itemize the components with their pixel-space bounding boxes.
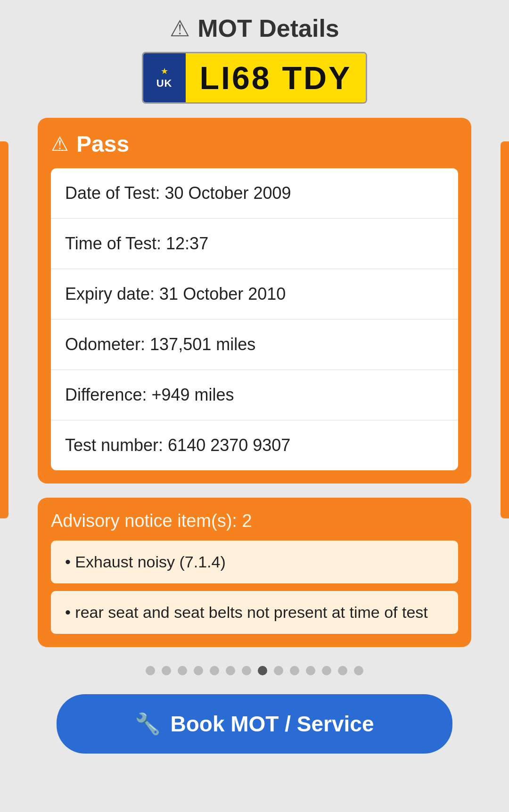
- advisory-title: Advisory notice item(s): 2: [51, 511, 458, 531]
- dot-5[interactable]: [210, 666, 219, 675]
- country-code: UK: [156, 77, 172, 90]
- pagination-dots: [146, 666, 363, 675]
- dot-7[interactable]: [242, 666, 251, 675]
- result-status: Pass: [76, 131, 129, 157]
- advisory-item-0: • Exhaust noisy (7.1.4): [51, 541, 458, 583]
- plate-number: LI68 TDY: [186, 53, 366, 102]
- detail-difference: Difference: +949 miles: [51, 370, 458, 420]
- dot-13[interactable]: [338, 666, 347, 675]
- dot-6[interactable]: [226, 666, 235, 675]
- page-title: MOT Details: [197, 14, 339, 42]
- page-wrapper: ⚠ MOT Details ★ UK LI68 TDY ⚠ Pass Date …: [0, 0, 509, 812]
- dot-1[interactable]: [146, 666, 155, 675]
- card-header: ⚠ Pass: [51, 131, 458, 157]
- dot-12[interactable]: [322, 666, 331, 675]
- plate-blue-section: ★ UK: [143, 53, 186, 102]
- eu-stars-icon: ★: [161, 66, 168, 76]
- detail-date: Date of Test: 30 October 2009: [51, 168, 458, 219]
- number-plate-container: ★ UK LI68 TDY: [142, 52, 368, 104]
- details-box: Date of Test: 30 October 2009 Time of Te…: [51, 168, 458, 470]
- detail-time: Time of Test: 12:37: [51, 219, 458, 269]
- dot-11[interactable]: [306, 666, 315, 675]
- side-bar-right: [501, 141, 509, 518]
- wrench-icon: 🔧: [135, 712, 161, 736]
- book-button-container: 🔧 Book MOT / Service: [57, 694, 452, 782]
- dot-2[interactable]: [162, 666, 171, 675]
- detail-odometer: Odometer: 137,501 miles: [51, 320, 458, 370]
- result-card: ⚠ Pass Date of Test: 30 October 2009 Tim…: [38, 118, 471, 484]
- header: ⚠ MOT Details: [0, 0, 509, 52]
- detail-expiry: Expiry date: 31 October 2010: [51, 269, 458, 320]
- advisory-item-1: • rear seat and seat belts not present a…: [51, 591, 458, 634]
- number-plate: ★ UK LI68 TDY: [142, 52, 368, 104]
- mot-header-icon: ⚠: [170, 15, 190, 41]
- dot-14[interactable]: [354, 666, 363, 675]
- dot-8[interactable]: [258, 666, 267, 675]
- detail-test-number: Test number: 6140 2370 9307: [51, 420, 458, 470]
- dot-4[interactable]: [194, 666, 203, 675]
- pass-icon: ⚠: [51, 132, 69, 156]
- dot-10[interactable]: [290, 666, 299, 675]
- book-mot-button[interactable]: 🔧 Book MOT / Service: [57, 694, 452, 754]
- advisory-card: Advisory notice item(s): 2 • Exhaust noi…: [38, 498, 471, 647]
- side-bar-left: [0, 141, 8, 518]
- dot-3[interactable]: [178, 666, 187, 675]
- book-button-label: Book MOT / Service: [170, 711, 374, 737]
- dot-9[interactable]: [274, 666, 283, 675]
